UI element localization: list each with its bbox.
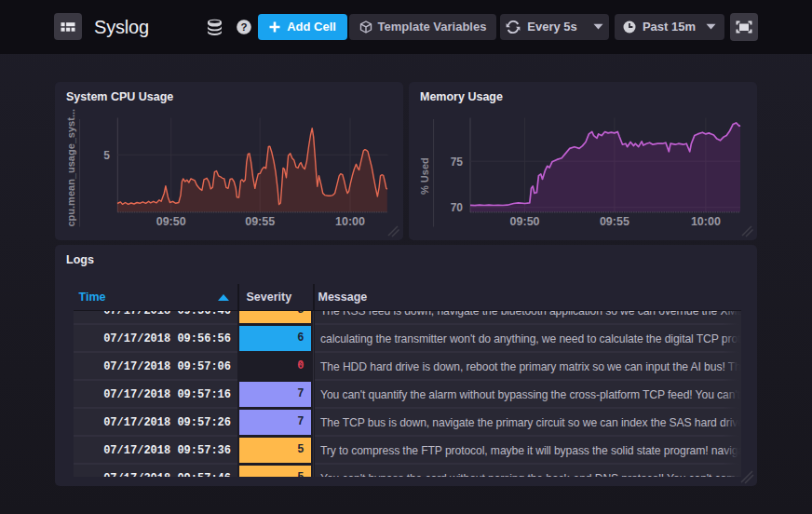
svg-text:cpu.mean_usage_syst...: cpu.mean_usage_syst... (65, 109, 76, 227)
svg-text:70: 70 (451, 201, 464, 214)
svg-text:% Used: % Used (419, 157, 430, 195)
svg-text:10:00: 10:00 (335, 215, 365, 228)
svg-text:75: 75 (451, 156, 464, 169)
svg-text:10:00: 10:00 (691, 215, 721, 228)
svg-text:09:50: 09:50 (156, 215, 186, 228)
svg-text:09:55: 09:55 (245, 215, 275, 228)
svg-text:5: 5 (103, 149, 110, 162)
svg-text:09:55: 09:55 (600, 215, 629, 228)
svg-text:?: ? (240, 21, 247, 33)
svg-text:09:50: 09:50 (510, 215, 540, 228)
